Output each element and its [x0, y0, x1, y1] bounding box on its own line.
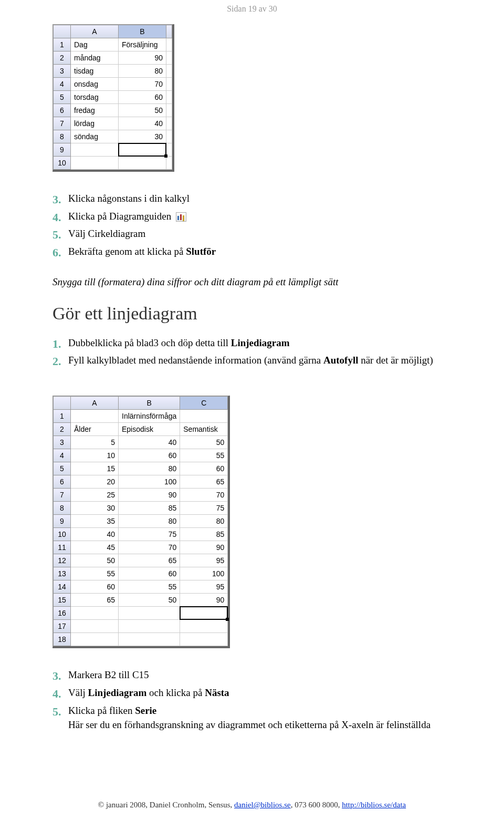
cell: 5 — [71, 436, 119, 449]
col-edge — [166, 25, 172, 38]
instruction-step: 4.Välj Linjediagram och klicka på Nästa — [52, 686, 452, 702]
chart-wizard-icon — [176, 212, 186, 222]
row-header: 7 — [54, 489, 71, 502]
cell: Semantisk — [180, 423, 228, 436]
step-text: Dubbelklicka på blad3 och döp detta till — [68, 337, 231, 348]
row-header: 1 — [54, 38, 71, 51]
cell: 40 — [71, 528, 119, 541]
cell — [71, 143, 119, 157]
row-header: 11 — [54, 541, 71, 554]
row-header: 13 — [54, 567, 71, 580]
cell: måndag — [71, 51, 119, 65]
cell: 80 — [119, 462, 180, 475]
cell — [71, 633, 119, 646]
cell: 20 — [71, 475, 119, 489]
cell-edge — [166, 104, 172, 117]
cell: 90 — [119, 51, 166, 65]
cell: torsdag — [71, 91, 119, 104]
page-footer: © januari 2008, Daniel Cronholm, Sensus,… — [52, 801, 452, 809]
cell: Inlärninsförmåga — [119, 410, 180, 423]
row-header: 18 — [54, 633, 71, 646]
cell: 70 — [119, 78, 166, 91]
row-header: 2 — [54, 51, 71, 65]
cell: 60 — [119, 449, 180, 462]
instruction-step: 3.Klicka någonstans i din kalkyl — [52, 192, 452, 207]
cell: tisdag — [71, 65, 119, 78]
cell: 50 — [71, 554, 119, 567]
instruction-step: 2.Fyll kalkylbladet med nedanstående inf… — [52, 354, 452, 369]
row-header: 10 — [54, 528, 71, 541]
cell: 60 — [180, 462, 228, 475]
cell: 80 — [119, 515, 180, 528]
cell: söndag — [71, 130, 119, 143]
row-header: 8 — [54, 502, 71, 515]
row-header: 12 — [54, 554, 71, 567]
cell — [71, 410, 119, 423]
cell — [119, 633, 180, 646]
footer-url-link[interactable]: http://biblios.se/data — [342, 801, 406, 809]
step-bold: Slutför — [186, 246, 216, 257]
cell: 30 — [71, 502, 119, 515]
step-number: 3. — [52, 668, 68, 684]
cell: 70 — [180, 489, 228, 502]
col-header-b: B — [119, 397, 180, 410]
italic-note: Snygga till (formatera) dina siffror och… — [52, 276, 452, 288]
cell: 60 — [119, 567, 180, 580]
cell: 40 — [119, 117, 166, 130]
col-header-a: A — [71, 25, 119, 38]
cell: 60 — [71, 580, 119, 594]
corner-cell — [54, 25, 71, 38]
step-note: Här ser du en förhandsgranskning av diag… — [68, 718, 452, 732]
row-header: 3 — [54, 436, 71, 449]
corner-cell — [54, 397, 71, 410]
step-text: Klicka på Diagramguiden — [68, 211, 174, 222]
instruction-steps-a: 3.Klicka någonstans i din kalkyl4.Klicka… — [52, 192, 452, 261]
cell-edge — [166, 65, 172, 78]
cell — [71, 607, 119, 620]
step-text: när det är möjligt) — [358, 355, 433, 366]
cell: Ålder — [71, 423, 119, 436]
cell-edge — [166, 78, 172, 91]
step-text: och klicka på — [146, 687, 205, 698]
col-header-b: B — [119, 25, 166, 38]
instruction-step: 5.Välj Cirkeldiagram — [52, 227, 452, 243]
cell: 90 — [180, 594, 228, 607]
cell: 10 — [71, 449, 119, 462]
cell: 75 — [180, 502, 228, 515]
row-header: 8 — [54, 130, 71, 143]
instruction-step: 3.Markera B2 till C15 — [52, 668, 452, 684]
cell: onsdag — [71, 78, 119, 91]
instruction-step: 5.Klicka på fliken SerieHär ser du en fö… — [52, 704, 452, 732]
cell: 95 — [180, 580, 228, 594]
row-header: 17 — [54, 620, 71, 633]
row-header: 4 — [54, 449, 71, 462]
cell: 25 — [71, 489, 119, 502]
cell — [180, 633, 228, 646]
cell: 85 — [119, 502, 180, 515]
step-bold: Linjediagram — [231, 337, 290, 348]
cell: 65 — [119, 554, 180, 567]
row-header: 5 — [54, 91, 71, 104]
row-header: 1 — [54, 410, 71, 423]
cell-edge — [166, 157, 172, 170]
step-number: 1. — [52, 336, 68, 352]
step-number: 4. — [52, 686, 68, 702]
cell — [119, 607, 180, 620]
instruction-steps-b: 1.Dubbelklicka på blad3 och döp detta ti… — [52, 336, 452, 369]
cell — [180, 620, 228, 633]
instruction-step: 4.Klicka på Diagramguiden — [52, 210, 452, 225]
row-header: 14 — [54, 580, 71, 594]
step-bold: Autofyll — [323, 355, 359, 366]
page-number-header: Sidan 19 av 30 — [52, 0, 452, 14]
instruction-step: 1.Dubbelklicka på blad3 och döp detta ti… — [52, 336, 452, 352]
footer-email-link[interactable]: daniel@biblios.se — [234, 801, 291, 809]
document-page: Sidan 19 av 30 A B 1DagFörsäljning2månda… — [0, 0, 504, 820]
step-text: Klicka på fliken — [68, 705, 135, 716]
row-header: 9 — [54, 143, 71, 157]
cell: 55 — [71, 567, 119, 580]
cell: 50 — [119, 104, 166, 117]
cell: 90 — [119, 489, 180, 502]
cell: Försäljning — [119, 38, 166, 51]
step-number: 4. — [52, 210, 68, 225]
row-header: 15 — [54, 594, 71, 607]
